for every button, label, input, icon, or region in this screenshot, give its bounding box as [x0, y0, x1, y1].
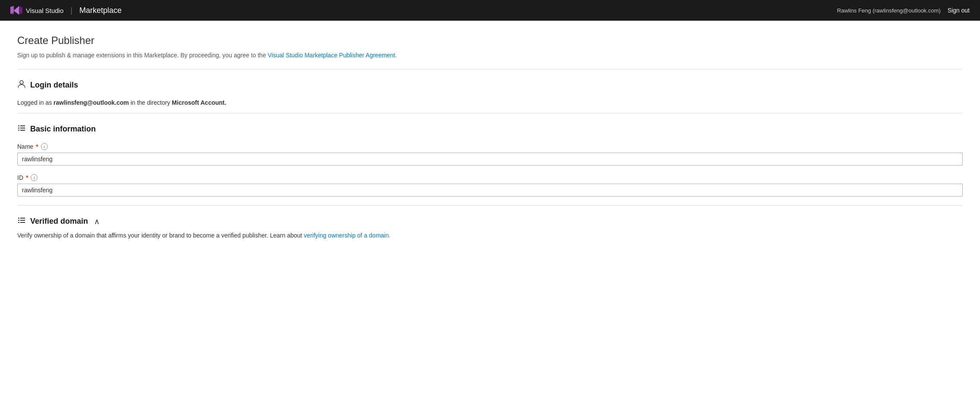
verified-domain-desc-text: Verify ownership of a domain that affirm…: [17, 232, 302, 239]
brand-marketplace-label: Marketplace: [79, 6, 122, 15]
login-email: rawlinsfeng@outlook.com: [53, 99, 129, 106]
name-label-text: Name: [17, 143, 33, 150]
id-required-marker: *: [26, 174, 28, 181]
login-directory: Microsoft Account.: [172, 99, 226, 106]
section-divider-3: [17, 205, 963, 206]
vs-logo-icon: [10, 4, 22, 16]
basic-info-section-header: Basic information: [17, 124, 963, 134]
svg-rect-11: [18, 222, 19, 223]
svg-rect-7: [18, 218, 19, 219]
login-section-header: Login details: [17, 80, 963, 91]
svg-rect-4: [20, 128, 25, 128]
id-input[interactable]: [17, 184, 963, 197]
id-label-text: ID: [17, 174, 23, 181]
list-icon: [17, 124, 26, 134]
name-input[interactable]: [17, 153, 963, 166]
verified-domain-section: Verified domain ∧ Verify ownership of a …: [17, 216, 963, 239]
person-icon: [17, 80, 26, 91]
svg-rect-5: [18, 130, 19, 131]
id-info-icon[interactable]: i: [31, 174, 38, 181]
verified-domain-header: Verified domain ∧: [17, 216, 963, 227]
name-field-label: Name * i: [17, 143, 963, 150]
publisher-agreement-link[interactable]: Visual Studio Marketplace Publisher Agre…: [268, 52, 397, 59]
svg-rect-9: [18, 220, 19, 221]
svg-rect-8: [20, 218, 25, 219]
name-info-icon[interactable]: i: [41, 143, 48, 150]
login-text: Logged in as rawlinsfeng@outlook.com in …: [17, 99, 963, 106]
navbar-user-label: Rawlins Feng (rawlinsfeng@outlook.com): [837, 7, 941, 14]
svg-rect-1: [18, 125, 19, 126]
name-required-marker: *: [36, 143, 38, 150]
svg-point-0: [20, 81, 23, 84]
verified-domain-list-icon: [17, 216, 26, 227]
id-field-group: ID * i: [17, 174, 963, 197]
navbar-divider: |: [70, 6, 72, 15]
svg-rect-10: [20, 220, 25, 221]
section-divider-2: [17, 113, 963, 113]
navbar: Visual Studio | Marketplace Rawlins Feng…: [0, 0, 980, 21]
verified-domain-title: Verified domain: [30, 217, 88, 226]
login-section: Login details Logged in as rawlinsfeng@o…: [17, 80, 963, 106]
name-field-group: Name * i: [17, 143, 963, 166]
id-field-label: ID * i: [17, 174, 963, 181]
page-subtitle: Sign up to publish & manage extensions i…: [17, 52, 963, 59]
page-title: Create Publisher: [17, 34, 963, 47]
svg-rect-2: [20, 125, 25, 126]
navbar-right: Rawlins Feng (rawlinsfeng@outlook.com) S…: [837, 7, 970, 14]
svg-rect-12: [20, 222, 25, 223]
login-text-prefix: Logged in as: [17, 99, 53, 106]
verifying-ownership-link[interactable]: verifying ownership of a domain.: [304, 232, 390, 239]
signout-button[interactable]: Sign out: [948, 7, 970, 14]
page-subtitle-text: Sign up to publish & manage extensions i…: [17, 52, 266, 59]
svg-rect-3: [18, 128, 19, 128]
login-section-title: Login details: [30, 81, 78, 90]
basic-info-section-title: Basic information: [30, 125, 96, 134]
main-content: Create Publisher Sign up to publish & ma…: [0, 21, 980, 419]
login-text-middle: in the directory: [131, 99, 172, 106]
svg-rect-6: [20, 130, 25, 131]
navbar-left: Visual Studio | Marketplace: [10, 4, 122, 16]
brand-studio-label: Visual Studio: [26, 7, 63, 14]
vs-logo: Visual Studio: [10, 4, 63, 16]
basic-info-section: Basic information Name * i ID * i: [17, 124, 963, 197]
chevron-up-icon[interactable]: ∧: [94, 217, 100, 226]
verified-domain-description: Verify ownership of a domain that affirm…: [17, 232, 963, 239]
section-divider-1: [17, 69, 963, 69]
